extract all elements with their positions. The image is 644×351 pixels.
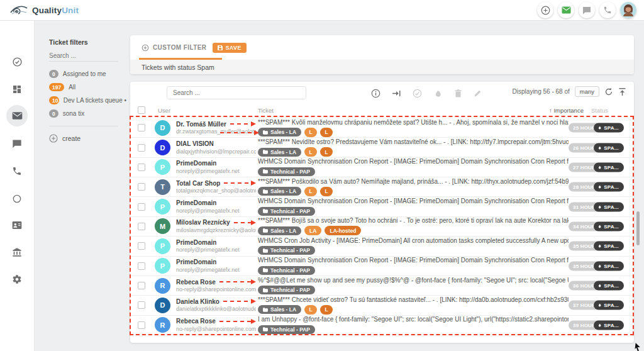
app-window: QualityUnit bbox=[0, 0, 644, 351]
ticket-badges: Technical - PAP bbox=[258, 265, 569, 275]
column-status[interactable]: Status bbox=[591, 107, 608, 114]
add-new-button[interactable] bbox=[537, 2, 553, 18]
status-badge: SPA... bbox=[594, 221, 624, 231]
many-count-button[interactable]: many bbox=[575, 86, 599, 97]
select-all-checkbox[interactable] bbox=[138, 106, 145, 114]
user-name: Dr. Tomáš Müller bbox=[176, 121, 226, 128]
chat-notifications-button[interactable] bbox=[579, 2, 595, 18]
ticket-cell[interactable]: I am Unhappy - @font-face { font-family:… bbox=[258, 316, 569, 334]
ticket-cell[interactable]: WHMCS Domain Synchronisation Cron Report… bbox=[258, 158, 569, 176]
tab-custom-filter[interactable]: CUSTOM FILTER bbox=[142, 44, 206, 52]
folder-icon bbox=[263, 327, 268, 332]
chat-bubble-icon bbox=[12, 139, 22, 148]
ticket-badges: Sales - LA LL bbox=[258, 147, 569, 157]
column-user[interactable]: User bbox=[158, 107, 170, 114]
ticket-cell[interactable]: WHMCS Domain Synchronisation Cron Report… bbox=[258, 198, 569, 216]
filter-item[interactable]: 0sona tix bbox=[49, 107, 126, 120]
ticket-cell[interactable]: WHMCS Domain Synchronisation Cron Report… bbox=[258, 257, 569, 275]
tab-row: CUSTOM FILTER SAVE bbox=[130, 35, 634, 60]
resolve-forward-icon[interactable] bbox=[392, 89, 401, 98]
ticket-cell[interactable]: WHMCS Cron Job Activity - [IMAGE: PrimeD… bbox=[258, 237, 569, 255]
spam-flame-icon bbox=[597, 125, 602, 131]
mark-done-icon[interactable] bbox=[413, 89, 422, 98]
contact-card-icon bbox=[12, 221, 22, 230]
column-ticket[interactable]: Ticket bbox=[258, 107, 274, 114]
folder-icon bbox=[263, 169, 268, 174]
ticket-cell[interactable]: ***SPAM*** Bojíš sa o svoje auto? Toto h… bbox=[258, 217, 569, 235]
ticket-row[interactable]: D Daniela Klinko danielatkxptkkklinko@ao… bbox=[130, 296, 634, 315]
ticket-row[interactable]: P PrimeDomain noreply@primegatefx.net WH… bbox=[130, 237, 634, 256]
row-checkbox[interactable] bbox=[138, 282, 145, 289]
rail-tickets-check[interactable] bbox=[6, 51, 28, 72]
rail-chat[interactable] bbox=[6, 133, 28, 154]
ticket-cell[interactable]: %^$#@@Let me show up and see my pussy@!$… bbox=[258, 277, 569, 295]
email-notifications-button[interactable] bbox=[558, 2, 574, 18]
rail-mail-active[interactable] bbox=[6, 105, 28, 126]
row-checkbox[interactable] bbox=[138, 301, 145, 309]
filters-search-input[interactable] bbox=[49, 50, 118, 62]
user-email: miloslavmrgdqzkreznicky@aolotn... bbox=[176, 227, 256, 234]
ticket-row[interactable]: R Rebeca Rose no-reply@sharepointonline.… bbox=[130, 276, 634, 296]
ticket-row[interactable]: P PrimeDomain noreply@primegatefx.net WH… bbox=[130, 197, 634, 216]
row-checkbox[interactable] bbox=[138, 183, 145, 191]
filter-count-badge: 0 bbox=[49, 70, 58, 78]
refresh-icon[interactable] bbox=[604, 87, 613, 96]
rail-dashboard[interactable] bbox=[6, 79, 28, 100]
ticket-row[interactable]: T Total Car Shop totalgwxzqkmcar_shop@ao… bbox=[130, 177, 634, 197]
tag-badge: L bbox=[304, 187, 317, 196]
row-checkbox[interactable] bbox=[138, 124, 145, 131]
tag-badge: L bbox=[304, 147, 317, 157]
status-label: SPA... bbox=[604, 243, 619, 249]
ticket-badges: Technical - PAP bbox=[258, 325, 569, 334]
call-notifications-button[interactable] bbox=[599, 2, 616, 18]
ticket-cell[interactable]: ***SPAM*** Nevidíte ostro? Predstavujeme… bbox=[258, 138, 569, 157]
filter-item[interactable]: 0Assigned to me bbox=[49, 67, 126, 81]
user-avatar-initial: D bbox=[155, 120, 170, 136]
department-label: Technical - PAP bbox=[270, 287, 310, 293]
column-importance-sort[interactable]: ↑ Importance bbox=[549, 107, 584, 114]
save-filter-button[interactable]: SAVE bbox=[213, 43, 246, 53]
spam-flame-icon[interactable] bbox=[433, 89, 443, 98]
ticket-cell[interactable]: ***SPAM*** Poškodilo sa Vám auto? Nemíňa… bbox=[258, 178, 569, 196]
info-icon[interactable] bbox=[371, 89, 380, 98]
collapse-to-top-icon[interactable] bbox=[618, 87, 626, 96]
department-badge: Technical - PAP bbox=[258, 325, 315, 334]
bank-icon bbox=[12, 247, 22, 257]
annotation-arrow bbox=[219, 319, 256, 324]
rail-contacts[interactable] bbox=[6, 214, 28, 236]
user-avatar[interactable] bbox=[620, 2, 636, 18]
rail-settings[interactable] bbox=[6, 269, 28, 290]
user-email: noreply@primegatefx.net bbox=[176, 267, 256, 274]
create-filter-button[interactable]: create bbox=[49, 134, 80, 143]
user-name: PrimeDomain bbox=[176, 160, 216, 167]
row-checkbox[interactable] bbox=[138, 164, 145, 171]
row-checkbox[interactable] bbox=[138, 144, 145, 152]
ticket-cell[interactable]: ***SPAM*** Chcete vidieť ostro? Tu sú fa… bbox=[258, 296, 569, 315]
rail-ring[interactable] bbox=[6, 188, 28, 209]
row-checkbox[interactable] bbox=[138, 321, 145, 329]
ticket-row[interactable]: P PrimeDomain noreply@primegatefx.net WH… bbox=[130, 257, 634, 276]
filter-count-badge: 0 bbox=[49, 109, 58, 118]
ticket-row[interactable]: D Dr. Tomáš Müller dr.zwtarxgtomas_mulle… bbox=[130, 118, 634, 138]
ticket-row[interactable]: R Rebeca Rose no-reply@sharepointonline.… bbox=[130, 316, 634, 335]
row-checkbox[interactable] bbox=[138, 242, 145, 250]
filter-item[interactable]: 10Dev LA tickets queue • bbox=[49, 94, 126, 107]
row-checkbox[interactable] bbox=[138, 203, 145, 211]
spam-flame-icon bbox=[597, 145, 602, 150]
rail-phone[interactable] bbox=[6, 160, 28, 182]
user-email: danielatkxptkkklinko@aolotnudep... bbox=[176, 306, 256, 313]
delete-trash-icon[interactable] bbox=[453, 89, 463, 98]
ticket-row[interactable]: M Miloslav Reznícky miloslavmrgdqzkrezni… bbox=[130, 217, 634, 237]
user-cell: Dr. Tomáš Müller dr.zwtarxgtomas_muller@… bbox=[176, 120, 256, 135]
row-checkbox[interactable] bbox=[138, 223, 145, 230]
check-circle-icon bbox=[12, 57, 23, 67]
filter-item[interactable]: 197All bbox=[49, 81, 126, 94]
row-checkbox[interactable] bbox=[138, 262, 145, 270]
ticket-row[interactable]: D DIAL VISION dialqxjythhvision@lmpcrepa… bbox=[130, 138, 634, 157]
ticket-cell[interactable]: ***SPAM*** Kvôli manželovmu chrápaniu ne… bbox=[258, 119, 569, 137]
rail-bank[interactable] bbox=[6, 242, 28, 263]
edit-pencil-icon[interactable] bbox=[473, 89, 482, 98]
ticket-row[interactable]: P PrimeDomain noreply@primegatefx.net WH… bbox=[130, 158, 634, 177]
ticket-search-input[interactable] bbox=[167, 86, 306, 99]
scrollbar-thumb[interactable] bbox=[636, 211, 640, 245]
